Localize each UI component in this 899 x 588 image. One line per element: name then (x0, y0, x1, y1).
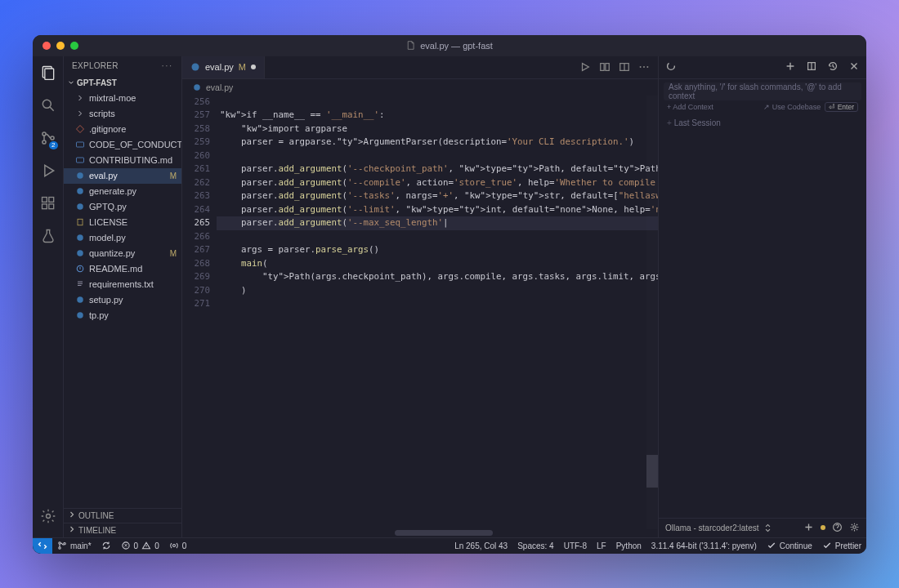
code-line[interactable] (217, 230, 658, 244)
file-row[interactable]: model.py (64, 230, 181, 246)
svg-rect-7 (42, 203, 47, 208)
file-row[interactable]: CODE_OF_CONDUCT.md (64, 137, 181, 153)
settings-gear-icon[interactable] (40, 508, 56, 526)
language-mode[interactable]: Python (611, 538, 646, 554)
file-row[interactable]: requirements.txt (64, 277, 181, 292)
breadcrumb[interactable]: eval.py (182, 79, 658, 96)
code-line[interactable]: parser.add_argument('--limit', "kw">type… (217, 203, 658, 217)
remote-indicator[interactable] (33, 538, 52, 554)
file-row[interactable]: LICENSE (64, 215, 181, 230)
close-window[interactable] (42, 42, 51, 50)
continue-status[interactable]: Continue (762, 538, 817, 554)
chevron-right-icon (67, 510, 77, 519)
tab-eval-py[interactable]: eval.py M (182, 56, 265, 78)
svg-rect-12 (77, 158, 84, 163)
minimize-window[interactable] (56, 42, 65, 50)
add-context-hint[interactable]: + Add Context (667, 103, 713, 111)
prettier-status[interactable]: Prettier (817, 538, 866, 554)
file-row[interactable]: README.md (64, 261, 181, 277)
code-line[interactable]: parser.add_argument('--tasks', nargs='+'… (217, 189, 658, 203)
timeline-label: TIMELINE (78, 526, 116, 535)
code-content[interactable]: "kw">if __name__ == '__main__': "kw">imp… (217, 96, 658, 529)
git-branch[interactable]: main* (52, 538, 96, 554)
scm-view-icon[interactable]: 2 (40, 130, 56, 148)
svg-point-29 (194, 84, 200, 91)
code-line[interactable] (217, 297, 658, 311)
scrollbar-thumb[interactable] (395, 530, 493, 536)
file-row[interactable]: tp.py (64, 308, 181, 323)
python-interpreter[interactable]: 3.11.4 64-bit ('3.11.4': pyenv) (646, 538, 762, 554)
use-codebase-hint[interactable]: ↗ Use Codebase (763, 103, 821, 111)
outline-section[interactable]: OUTLINE (64, 508, 181, 523)
code-line[interactable] (217, 96, 658, 109)
file-row[interactable]: setup.py (64, 292, 181, 308)
svg-point-18 (77, 250, 83, 256)
chat-settings-icon[interactable] (849, 522, 860, 534)
svg-point-4 (42, 140, 45, 143)
branch-name: main* (70, 541, 92, 550)
code-line[interactable]: "ty">Path(args.checkpoint_path), args.co… (217, 270, 658, 284)
split-columns-icon[interactable] (599, 61, 611, 73)
code-line[interactable]: parser = argparse."ty">ArgumentParser(de… (217, 136, 658, 149)
sidebar-more-icon[interactable]: ··· (162, 61, 173, 70)
sync-button[interactable] (96, 538, 116, 554)
code-line[interactable]: "kw">import argparse (217, 122, 658, 136)
chat-spinner-icon (665, 60, 677, 74)
indent-display[interactable]: Spaces: 4 (512, 538, 558, 554)
book-icon[interactable] (806, 60, 817, 74)
dirty-indicator-icon (251, 65, 256, 69)
code-line[interactable]: "kw">if __name__ == '__main__': (217, 109, 658, 122)
code-line[interactable]: args = parser.parse_args() (217, 243, 658, 257)
code-line[interactable]: parser.add_argument('--compile', action=… (217, 176, 658, 190)
code-editor[interactable]: 2562572582592602612622632642652662672682… (182, 96, 658, 529)
file-row[interactable]: eval.pyM (64, 168, 181, 184)
split-editor-icon[interactable] (619, 61, 630, 73)
code-line[interactable]: parser.add_argument('--checkpoint_path',… (217, 163, 658, 176)
run-icon[interactable] (579, 61, 591, 73)
last-session-row[interactable]: + Last Session (659, 114, 866, 132)
add-model-icon[interactable] (803, 522, 814, 534)
chat-help-icon[interactable] (832, 522, 843, 534)
history-icon[interactable] (827, 60, 839, 74)
file-row[interactable]: .gitignore (64, 122, 181, 137)
code-line[interactable]: ) (217, 284, 658, 298)
file-row[interactable]: mixtral-moe (64, 91, 181, 106)
chat-bottom-bar: Ollama - starcoder2:latest (659, 518, 866, 537)
ports-indicator[interactable]: 0 (164, 538, 192, 554)
file-row[interactable]: GPTQ.py (64, 199, 181, 215)
chat-toolbar (659, 56, 866, 79)
horizontal-scrollbar[interactable] (182, 529, 658, 537)
encoding-display[interactable]: UTF-8 (559, 538, 592, 554)
model-picker[interactable]: Ollama - starcoder2:latest (665, 523, 797, 533)
search-view-icon[interactable] (40, 97, 56, 115)
check-icon (767, 541, 776, 550)
project-name: GPT-FAST (77, 78, 117, 87)
new-chat-icon[interactable] (785, 60, 796, 74)
code-line[interactable] (217, 149, 658, 163)
radio-icon (169, 541, 179, 550)
cursor-position[interactable]: Ln 265, Col 43 (450, 538, 512, 554)
extensions-view-icon[interactable] (40, 195, 56, 213)
scm-badge: 2 (49, 141, 57, 149)
file-row[interactable]: CONTRIBUTING.md (64, 153, 181, 168)
file-row[interactable]: quantize.pyM (64, 246, 181, 261)
testing-view-icon[interactable] (40, 228, 56, 246)
explorer-view-icon[interactable] (40, 65, 56, 82)
file-row[interactable]: scripts (64, 106, 181, 122)
minimap[interactable] (646, 96, 658, 529)
eol-display[interactable]: LF (592, 538, 611, 554)
problems-indicator[interactable]: 0 0 (116, 538, 164, 554)
chat-input[interactable]: Ask anything, '/' for slash commands, '@… (664, 82, 861, 100)
minimap-viewport[interactable] (646, 455, 658, 488)
chevron-down-icon (67, 78, 75, 87)
project-header[interactable]: GPT-FAST (64, 76, 181, 91)
close-chat-icon[interactable] (848, 60, 860, 74)
file-label: generate.py (89, 186, 136, 196)
code-line[interactable]: parser.add_argument('--max_seq_length'| (217, 216, 658, 230)
file-row[interactable]: generate.py (64, 184, 181, 199)
code-line[interactable]: main( (217, 257, 658, 271)
maximize-window[interactable] (70, 42, 78, 50)
debug-view-icon[interactable] (40, 163, 56, 180)
more-actions-icon[interactable] (638, 61, 650, 73)
timeline-section[interactable]: TIMELINE (64, 523, 181, 537)
